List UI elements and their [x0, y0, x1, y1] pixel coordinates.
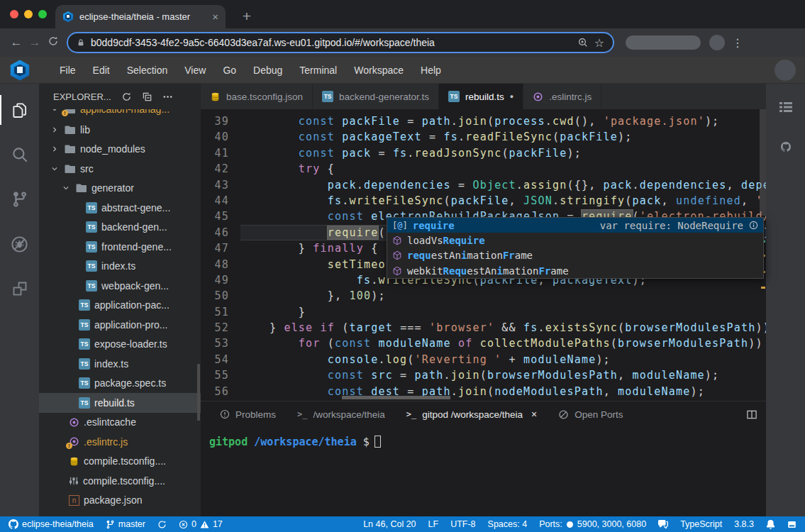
suggestion-webkitrequestanimationframe[interactable]: webkitRequestAnimationFrame	[387, 263, 763, 278]
chevron-down-icon[interactable]	[49, 165, 60, 172]
tree-item-package.spec.ts[interactable]: TSpackage.spec.ts	[39, 374, 201, 394]
tree-item-rebuild.ts[interactable]: TSrebuild.ts	[39, 393, 201, 413]
line-number[interactable]: 49	[201, 272, 229, 288]
menu-workspace[interactable]: Workspace	[345, 65, 412, 76]
chevron-down-icon[interactable]	[60, 184, 72, 192]
suggestion-require[interactable]: [@]requirevar require: NodeRequire	[387, 218, 763, 233]
status-branch[interactable]: master	[106, 519, 145, 529]
terminal-output[interactable]: gitpod /workspace/theia $	[201, 427, 766, 448]
code-line-50[interactable]: }, 100);	[240, 288, 766, 304]
tree-item-src[interactable]: src	[39, 159, 201, 179]
gitpod-logo[interactable]	[9, 60, 30, 81]
tree-item-.eslintcache[interactable]: .eslintcache	[39, 413, 201, 433]
back-icon[interactable]: ←	[7, 35, 26, 50]
line-number[interactable]: 41	[201, 145, 229, 161]
menu-file[interactable]: File	[51, 65, 84, 76]
activity-debug[interactable]	[0, 233, 39, 255]
status-indentation[interactable]: Spaces: 4	[488, 519, 528, 529]
menu-selection[interactable]: Selection	[118, 65, 177, 76]
line-number[interactable]: 48	[201, 257, 229, 272]
editor-tab-backend-generator.ts[interactable]: TSbackend-generator.ts	[313, 84, 439, 109]
editor-horizontal-scrollbar[interactable]	[342, 396, 450, 399]
rightbar-github-panel[interactable]	[781, 142, 791, 155]
modified-dot-icon[interactable]: ●	[510, 93, 513, 100]
code-line-39[interactable]: const packFile = path.join(process.cwd()…	[240, 113, 766, 129]
line-number[interactable]: 42	[201, 161, 229, 177]
status-problems-summary[interactable]: 017	[179, 519, 223, 529]
editor-vertical-scrollbar[interactable]	[760, 109, 766, 216]
activity-plugins[interactable]	[0, 278, 39, 299]
tree-item-compile.tsconfig....[interactable]: compile.tsconfig....	[39, 471, 201, 491]
code-line-43[interactable]: pack.dependencies = Object.assign({}, pa…	[240, 177, 766, 193]
line-number[interactable]: 50	[201, 288, 229, 304]
status-encoding[interactable]: UTF-8	[450, 519, 475, 529]
editor-tab-.eslintrc.js[interactable]: .eslintrc.js	[523, 84, 601, 109]
status-panel-toggle[interactable]	[787, 520, 796, 529]
close-tab-icon[interactable]: ×	[531, 409, 537, 420]
tab-close-icon[interactable]: ×	[212, 11, 218, 23]
suggestion-loadvsrequire[interactable]: loadVsRequire	[387, 233, 763, 248]
bookmark-star-icon[interactable]: ☆	[594, 36, 604, 50]
status-ports[interactable]: Ports: 5900, 3000, 6080	[539, 519, 646, 529]
url-text[interactable]: b0dd9cdf-3453-4fe2-9a5c-66403d3ea7af.ws-…	[91, 37, 572, 48]
tree-item-compile.tsconfig....[interactable]: compile.tsconfig....	[39, 452, 201, 472]
tree-item-backend-gen...[interactable]: TSbackend-gen...	[39, 218, 201, 238]
menu-help[interactable]: Help	[412, 65, 450, 76]
editor-tab-base.tsconfig.json[interactable]: base.tsconfig.json	[201, 84, 313, 109]
line-number[interactable]: 46	[201, 225, 229, 240]
code-line-55[interactable]: const src = path.join(browserModulesPath…	[240, 367, 766, 383]
reload-icon[interactable]	[44, 35, 62, 50]
tree-item-webpack-gen...[interactable]: TSwebpack-gen...	[39, 276, 201, 296]
collapse-all-icon[interactable]	[142, 92, 152, 102]
panel-tab--workspace-theia[interactable]: >_/workspace/theia	[287, 401, 396, 427]
line-number[interactable]: 56	[201, 384, 229, 399]
status-ts-version[interactable]: 3.8.3	[734, 519, 754, 529]
tree-item-application-manag...[interactable]: !application-manag...	[39, 109, 201, 119]
tree-item-expose-loader.ts[interactable]: TSexpose-loader.ts	[39, 335, 201, 355]
code-line-54[interactable]: console.log('Reverting ' + moduleName);	[240, 352, 766, 367]
code-line-41[interactable]: const pack = fs.readJsonSync(packFile);	[240, 145, 766, 161]
tree-item-index.ts[interactable]: TSindex.ts	[39, 257, 201, 277]
line-number[interactable]: 51	[201, 304, 229, 320]
split-panel-icon[interactable]	[746, 409, 757, 420]
tree-item-index.ts[interactable]: TSindex.ts	[39, 354, 201, 374]
line-number[interactable]: 45	[201, 209, 229, 224]
line-number[interactable]: 40	[201, 129, 229, 145]
chevron-right-icon[interactable]	[49, 126, 60, 133]
chevron-right-icon[interactable]	[49, 145, 60, 153]
tree-item-application-pac...[interactable]: TSapplication-pac...	[39, 296, 201, 316]
line-number[interactable]: 44	[201, 193, 229, 209]
line-number[interactable]: 53	[201, 336, 229, 351]
status-feedback[interactable]	[658, 519, 668, 529]
menu-view[interactable]: View	[176, 65, 214, 76]
code-line-53[interactable]: for (const moduleName of collectModulePa…	[240, 336, 766, 351]
tree-item-application-pro...[interactable]: TSapplication-pro...	[39, 315, 201, 335]
line-number[interactable]: 55	[201, 367, 229, 383]
close-window-button[interactable]	[10, 10, 18, 18]
status-cursor-position[interactable]: Ln 46, Col 20	[363, 519, 416, 529]
tree-item-abstract-gene...[interactable]: TSabstract-gene...	[39, 198, 201, 218]
minimize-window-button[interactable]	[24, 10, 33, 18]
menu-edit[interactable]: Edit	[84, 65, 118, 76]
code-line-51[interactable]: }	[240, 304, 766, 320]
panel-tab-gitpod-workspace-theia[interactable]: >_gitpod /workspace/theia×	[396, 401, 548, 427]
zoom-window-button[interactable]	[38, 10, 47, 18]
browser-profile-avatar[interactable]	[709, 35, 725, 50]
menu-go[interactable]: Go	[214, 65, 245, 76]
menu-debug[interactable]: Debug	[245, 65, 291, 76]
browser-menu-icon[interactable]: ⋮	[732, 36, 743, 50]
tree-item-package.json[interactable]: npackage.json	[39, 491, 201, 511]
line-number[interactable]: 54	[201, 352, 229, 367]
status-sync[interactable]	[157, 520, 167, 529]
tree-item-lib[interactable]: lib	[39, 120, 201, 140]
activity-source-control[interactable]	[0, 189, 39, 210]
code-line-40[interactable]: const packageText = fs.readFileSync(pack…	[240, 129, 766, 145]
panel-tab-problems[interactable]: Problems	[209, 401, 287, 427]
more-actions-icon[interactable]	[162, 92, 173, 102]
code-line-42[interactable]: try {	[240, 161, 766, 177]
address-bar[interactable]: b0dd9cdf-3453-4fe2-9a5c-66403d3ea7af.ws-…	[67, 32, 614, 53]
chevron-down-icon[interactable]	[49, 109, 60, 113]
menu-terminal[interactable]: Terminal	[291, 65, 345, 76]
user-avatar[interactable]	[775, 60, 796, 81]
status-repository[interactable]: eclipse-theia/theia	[9, 519, 94, 529]
